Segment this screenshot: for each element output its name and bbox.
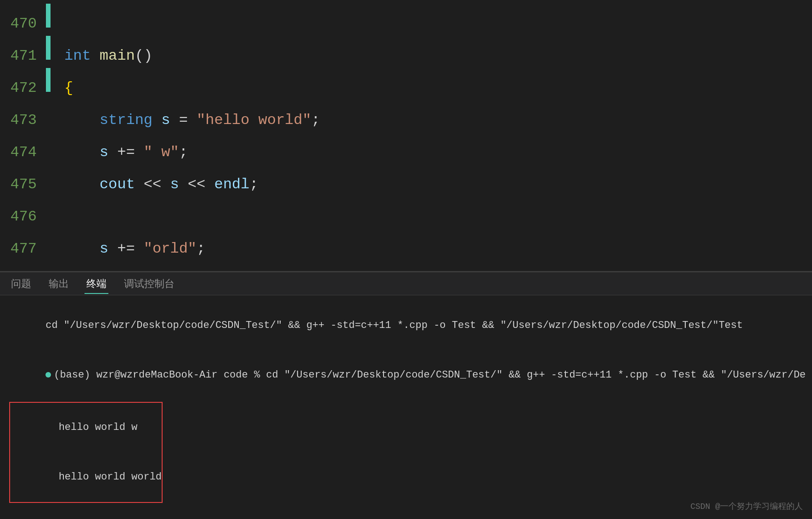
tab-debug-console[interactable]: 调试控制台 (122, 274, 176, 293)
keyword-endl: endl (214, 176, 249, 193)
terminal-panel: 问题 输出 终端 调试控制台 cd "/Users/wzr/Desktop/co… (0, 272, 812, 519)
line-number-476: 476 (0, 205, 46, 229)
line-gutter-478 (46, 261, 51, 271)
line-number-477: 477 (0, 237, 46, 261)
line-content-475: cout << s << endl; (51, 173, 812, 197)
watermark: CSDN @一个努力学习编程的人 (690, 501, 803, 512)
line-gutter-475 (46, 164, 51, 188)
terminal-cmd-line: cd "/Users/wzr/Desktop/code/CSDN_Test/" … (9, 301, 803, 350)
terminal-prompt-line: (base) wzr@wzrdeMacBook-Air code % cd "/… (9, 350, 803, 400)
punct: () (135, 47, 152, 64)
tab-problems[interactable]: 问题 (9, 274, 33, 293)
var-s2: s (100, 144, 108, 161)
code-line-475: 475 cout << s << endl; (0, 164, 812, 197)
code-line-470: 470 (0, 4, 812, 36)
line-gutter-476 (46, 197, 51, 220)
line-number-473: 473 (0, 108, 46, 132)
code-editor: 470 471 int main() 472 { 473 string s = … (0, 0, 812, 271)
line-content-477: s += "orld"; (51, 237, 812, 261)
line-gutter-470 (46, 4, 51, 28)
open-brace: { (64, 79, 73, 96)
tab-output[interactable]: 输出 (47, 274, 71, 293)
var-s: s (161, 112, 170, 129)
line-content-471: int main() (51, 44, 812, 68)
line-number-471: 471 (0, 44, 46, 68)
line-gutter-472 (46, 68, 51, 92)
line-gutter-473 (46, 100, 51, 124)
terminal-dot-1 (45, 372, 51, 378)
line-gutter-477 (46, 229, 51, 253)
code-line-474: 474 s += " w"; (0, 132, 812, 164)
line-content-472: { (51, 76, 812, 100)
line-number-472: 472 (0, 76, 46, 100)
tab-bar: 问题 输出 终端 调试控制台 (0, 272, 812, 295)
code-line-472: 472 { (0, 68, 812, 100)
line-number-474: 474 (0, 141, 46, 164)
code-line-478: 478 cout << s << endl; (0, 261, 812, 271)
var-s3: s (170, 176, 179, 193)
string-literal-w: " w" (144, 144, 179, 161)
tab-terminal[interactable]: 终端 (85, 274, 108, 293)
code-line-473: 473 string s = "hello world"; (0, 100, 812, 132)
terminal-content[interactable]: cd "/Users/wzr/Desktop/code/CSDN_Test/" … (0, 295, 812, 519)
code-line-477: 477 s += "orld"; (0, 229, 812, 261)
output-line-2: hello world world (10, 452, 162, 502)
var-s4: s (100, 240, 108, 257)
code-line-471: 471 int main() (0, 36, 812, 68)
line-number-475: 475 (0, 173, 46, 197)
output-line-1: hello world w (10, 403, 162, 452)
keyword-cout: cout (100, 176, 135, 193)
line-content-473: string s = "hello world"; (51, 108, 812, 132)
line-number-470: 470 (0, 12, 46, 36)
string-literal-orld: "orld" (144, 240, 197, 257)
keyword-string: string (100, 112, 152, 129)
function-main: main (100, 47, 135, 64)
code-lines: 470 471 int main() 472 { 473 string s = … (0, 0, 812, 271)
string-literal-hello: "hello world" (197, 112, 311, 129)
keyword-int: int (64, 47, 91, 64)
code-line-476: 476 (0, 197, 812, 229)
output-box: hello world w hello world world (9, 402, 163, 503)
line-gutter-471 (46, 36, 51, 60)
terminal-final-prompt: (base) wzr@wzrdeMacBook-Air CSDN_Test % (9, 505, 803, 519)
line-content-474: s += " w"; (51, 141, 812, 164)
line-gutter-474 (46, 132, 51, 156)
